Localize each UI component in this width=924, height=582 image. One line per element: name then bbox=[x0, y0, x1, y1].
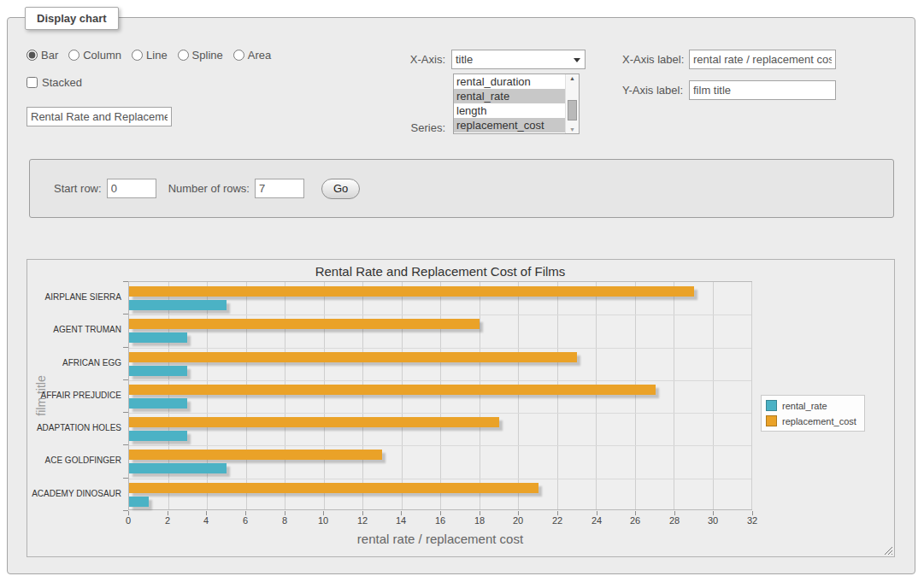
x-tick-mark bbox=[635, 511, 636, 515]
x-tick-label: 10 bbox=[306, 515, 340, 526]
x-axis-select[interactable]: title bbox=[451, 50, 586, 69]
chart-type-radio-line[interactable] bbox=[132, 50, 143, 61]
x-tick-mark bbox=[323, 511, 324, 515]
bar-rental_rate bbox=[129, 398, 187, 409]
stacked-checkbox[interactable] bbox=[26, 77, 38, 88]
series-options: rental_durationrental_ratelengthreplacem… bbox=[454, 74, 579, 132]
fieldset-legend: Display chart bbox=[25, 7, 119, 30]
chart-type-radio-group: BarColumnLineSplineArea bbox=[26, 49, 271, 62]
bar-rental_rate bbox=[129, 332, 187, 343]
bar-replacement_cost bbox=[129, 417, 499, 427]
gridline-horizontal bbox=[129, 479, 751, 479]
gridline-vertical bbox=[362, 282, 363, 509]
gridline-horizontal bbox=[129, 315, 751, 315]
x-tick-label: 32 bbox=[735, 515, 769, 526]
category-label: AFRICAN EGG bbox=[27, 358, 121, 367]
x-tick-mark bbox=[597, 511, 597, 515]
x-tick-label: 6 bbox=[228, 515, 262, 526]
series-scrollbar[interactable]: ▲ ▼ bbox=[565, 74, 579, 133]
chart-title-input[interactable] bbox=[26, 107, 172, 126]
x-axis-label-input[interactable] bbox=[689, 50, 836, 69]
gridline-horizontal bbox=[129, 413, 751, 414]
gridline-horizontal bbox=[129, 380, 751, 381]
num-rows-input[interactable] bbox=[255, 179, 304, 198]
chart-type-text: Column bbox=[83, 49, 121, 62]
x-tick-label: 0 bbox=[111, 515, 145, 526]
y-tick-mark bbox=[123, 314, 128, 315]
scroll-down-icon[interactable]: ▼ bbox=[566, 126, 579, 132]
chart-area: Rental Rate and Replacement Cost of Film… bbox=[26, 259, 895, 557]
chevron-down-icon bbox=[574, 58, 580, 62]
legend-label: replacement_cost bbox=[777, 416, 856, 426]
go-button[interactable]: Go bbox=[321, 179, 360, 199]
chart-type-text: Bar bbox=[41, 49, 58, 62]
x-tick-label: 2 bbox=[150, 515, 185, 526]
chart-type-bar[interactable]: Bar bbox=[26, 49, 58, 62]
y-axis-label-field-label: Y-Axis label: bbox=[622, 84, 683, 97]
x-tick-mark bbox=[285, 511, 285, 515]
gridline-vertical bbox=[518, 282, 519, 509]
bar-replacement_cost bbox=[129, 352, 577, 362]
category-label: AIRPLANE SIERRA bbox=[27, 292, 121, 302]
series-select-label: Series: bbox=[360, 121, 445, 134]
x-tick-label: 12 bbox=[345, 515, 380, 526]
series-multiselect[interactable]: rental_durationrental_ratelengthreplacem… bbox=[453, 73, 580, 134]
bar-replacement_cost bbox=[129, 319, 480, 329]
scroll-up-icon[interactable]: ▲ bbox=[566, 75, 579, 81]
y-tick-mark bbox=[123, 379, 128, 380]
display-chart-fieldset: Display chart BarColumnLineSplineArea St… bbox=[7, 17, 915, 574]
x-tick-label: 8 bbox=[268, 515, 302, 526]
category-label: ADAPTATION HOLES bbox=[27, 423, 121, 432]
legend-label: rental_rate bbox=[777, 401, 827, 411]
gridline-vertical bbox=[674, 282, 674, 509]
x-tick-label: 26 bbox=[618, 515, 652, 526]
chart-type-text: Spline bbox=[192, 49, 223, 62]
gridline-vertical bbox=[480, 282, 480, 509]
x-tick-mark bbox=[752, 511, 753, 515]
chart-type-area[interactable]: Area bbox=[233, 49, 271, 62]
chart-title: Rental Rate and Replacement Cost of Film… bbox=[128, 264, 752, 279]
bar-replacement_cost bbox=[129, 450, 382, 460]
category-label: ACE GOLDFINGER bbox=[27, 456, 121, 465]
chart-type-line[interactable]: Line bbox=[132, 49, 168, 62]
chart-legend: rental_ratereplacement_cost bbox=[761, 395, 865, 432]
x-tick-mark bbox=[557, 511, 558, 515]
bar-replacement_cost bbox=[129, 286, 694, 297]
x-tick-mark bbox=[245, 511, 246, 515]
stacked-option[interactable]: Stacked bbox=[26, 76, 82, 89]
gridline-horizontal bbox=[129, 348, 751, 349]
series-option-rental_rate[interactable]: rental_rate bbox=[454, 89, 565, 103]
x-tick-label: 28 bbox=[657, 515, 692, 526]
chart-type-radio-bar[interactable] bbox=[26, 50, 38, 61]
chart-type-radio-area[interactable] bbox=[233, 50, 244, 61]
scrollbar-thumb[interactable] bbox=[568, 100, 577, 121]
y-axis-label-input[interactable] bbox=[689, 80, 836, 100]
series-option-replacement_cost[interactable]: replacement_cost bbox=[454, 118, 565, 132]
x-tick-mark bbox=[168, 511, 168, 515]
x-tick-label: 22 bbox=[540, 515, 574, 526]
x-tick-label: 14 bbox=[384, 515, 418, 526]
bar-rental_rate bbox=[129, 431, 187, 441]
series-option-rental_duration[interactable]: rental_duration bbox=[454, 74, 565, 89]
chart-type-radio-column[interactable] bbox=[68, 50, 79, 61]
x-tick-mark bbox=[362, 511, 363, 515]
resize-grip-icon[interactable] bbox=[884, 546, 892, 555]
x-tick-label: 16 bbox=[423, 515, 457, 526]
series-option-length[interactable]: length bbox=[454, 103, 565, 118]
x-tick-mark bbox=[401, 511, 402, 515]
x-tick-mark bbox=[480, 511, 480, 515]
start-row-input[interactable] bbox=[107, 179, 156, 198]
chart-type-radio-spline[interactable] bbox=[178, 50, 189, 61]
x-tick-mark bbox=[440, 511, 441, 515]
chart-type-spline[interactable]: Spline bbox=[178, 49, 223, 62]
x-tick-mark bbox=[674, 511, 675, 515]
chart-type-column[interactable]: Column bbox=[68, 49, 121, 62]
start-row-label: Start row: bbox=[54, 182, 102, 195]
category-label: AFFAIR PREJUDICE bbox=[27, 391, 121, 400]
x-tick-label: 4 bbox=[189, 515, 223, 526]
y-tick-mark bbox=[123, 281, 128, 282]
y-tick-mark bbox=[123, 412, 128, 413]
category-label: AGENT TRUMAN bbox=[27, 325, 121, 334]
bar-replacement_cost bbox=[129, 385, 656, 395]
bar-replacement_cost bbox=[129, 483, 539, 493]
